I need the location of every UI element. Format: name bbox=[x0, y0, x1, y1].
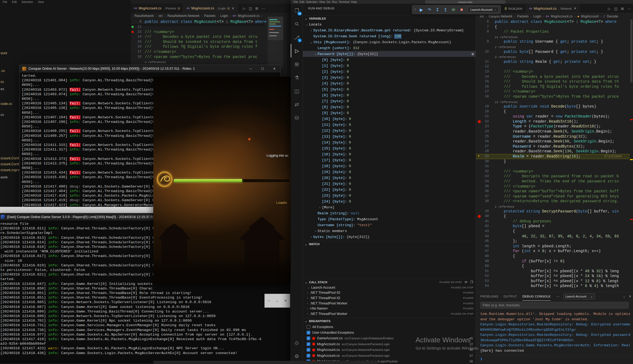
variable-row[interactable]: ⌄Password [byte[]]:{byte[32]}▤ bbox=[303, 51, 476, 57]
variable-row[interactable]: [12] [byte]:0 bbox=[303, 128, 476, 134]
code-line[interactable]: 42 byte[] pSeed = bbox=[476, 224, 630, 229]
variable-row[interactable]: [22] [byte]:0 bbox=[303, 187, 476, 193]
code-line[interactable]: 34 /// method. Trims the end of the pass… bbox=[476, 179, 630, 184]
gutter[interactable]: 52 bbox=[476, 274, 493, 279]
variable-row[interactable]: [10] [byte]:0 bbox=[303, 116, 476, 122]
code-line[interactable]: 23 Type = (PacketType)reader.ReadUInt16(… bbox=[476, 124, 630, 129]
breakpoint-checkbox[interactable]: ✓ bbox=[307, 342, 310, 346]
gutter[interactable]: 36 bbox=[476, 189, 493, 194]
close-tab-icon[interactable]: ✕ bbox=[232, 7, 234, 10]
editor-action-icon[interactable]: ⊞ bbox=[621, 7, 624, 11]
breakpoint-checkbox[interactable]: ✓ bbox=[307, 348, 310, 352]
expander-icon[interactable]: ⌄ bbox=[307, 286, 309, 289]
code-line[interactable]: 6public abstract class MsgAccount<T> : M… bbox=[476, 19, 630, 24]
variable-row[interactable]: [20] [byte]:0 bbox=[303, 175, 476, 181]
code-line[interactable]: 53 buffer[x] ^= pSeed[(x * 12 % 8) % len… bbox=[476, 279, 630, 284]
docker-icon[interactable]: ◫ bbox=[291, 84, 303, 98]
panel-tab-problems[interactable]: PROBLEMS bbox=[480, 292, 498, 301]
stop-button[interactable]: ■ bbox=[458, 6, 465, 13]
minimap[interactable] bbox=[268, 17, 283, 68]
scrollbar-thumb[interactable] bbox=[630, 19, 632, 82]
variable-row[interactable]: [18] [byte]:0 bbox=[303, 163, 476, 169]
code-line[interactable]: 16 /// follows TQ Digital's byte orderin… bbox=[476, 84, 630, 89]
variable-row[interactable]: [24] [byte]:0 bbox=[303, 198, 476, 204]
code-line[interactable]: 35 /// </summary> bbox=[476, 184, 630, 189]
close-tab-icon[interactable]: ✕ bbox=[574, 7, 576, 10]
gutter[interactable]: 31 bbox=[476, 164, 493, 169]
breakpoint-row[interactable]: ✓GameAccount.cssrc/Canyon.Login/Database… bbox=[303, 336, 476, 341]
code-line[interactable]: 17 /// </summary> bbox=[476, 89, 630, 94]
breakpoint-checkbox[interactable]: ✓ bbox=[307, 354, 310, 358]
code-line[interactable]: 54 buffer[x] ^= pSeed[(x * 6 % 4) % leng… bbox=[476, 284, 630, 289]
gutter[interactable]: 11 bbox=[476, 59, 493, 64]
gutter[interactable]: 34 bbox=[476, 179, 493, 184]
variable-row[interactable]: [15] [byte]:0 bbox=[303, 145, 476, 151]
code-line[interactable]: 31 bbox=[476, 164, 630, 169]
variable-row[interactable]: [1] [byte]:0 bbox=[303, 63, 476, 69]
variable-row[interactable]: [2] [byte]:0 bbox=[303, 69, 476, 75]
game-client-window[interactable]: Logging into ac Loadin bbox=[153, 77, 291, 282]
callstack-row[interactable]: ›.NET ThreadPool IOPAUSED bbox=[303, 295, 476, 301]
callstack-row[interactable]: ⌄Launch AccountPAUSED ON STEP bbox=[303, 285, 476, 290]
code-line[interactable]: 41 // debug purposes bbox=[476, 219, 630, 224]
console-input-prompt[interactable]: ❯ bbox=[480, 356, 482, 361]
gutter[interactable]: 32 bbox=[476, 169, 493, 174]
variable-row[interactable]: Realm [string]:null bbox=[303, 210, 476, 216]
codelens-references[interactable]: 4 references bbox=[145, 60, 166, 65]
code-area[interactable]: 6public abstract class MsgAccount<T> : M… bbox=[476, 19, 630, 292]
drag-handle-icon[interactable]: ⠿ bbox=[414, 8, 416, 12]
code-line[interactable]: 13 /// <summary> bbox=[476, 69, 630, 74]
code-line[interactable]: 17/// </summary> bbox=[131, 49, 264, 54]
code-line[interactable]: 25 Username = reader.ReadString(32); bbox=[476, 134, 630, 139]
code-line[interactable]: 47 for (int x = 0; x < buffer.Length; x+… bbox=[476, 249, 630, 254]
expander-icon[interactable]: › bbox=[307, 312, 308, 315]
gutter[interactable]: 7 bbox=[476, 24, 493, 30]
code-line[interactable]: 36 /// <param name="buffer">Bytes from t… bbox=[476, 189, 630, 194]
gutter[interactable]: 54 bbox=[476, 284, 493, 289]
expand-callstack-icon[interactable]: ❐ bbox=[470, 280, 473, 284]
code-line[interactable]: 40 { bbox=[476, 214, 630, 219]
vscode-debug-window[interactable]: File Edit Selection View Go Run Terminal… bbox=[291, 0, 633, 364]
collapse-panel-icon[interactable]: ⌄ bbox=[623, 295, 625, 298]
gutter[interactable]: 35 bbox=[476, 184, 493, 189]
variable-row[interactable]: [3] [byte]:0 bbox=[303, 75, 476, 80]
code-line[interactable]: 45 }; bbox=[476, 239, 630, 244]
code-line[interactable]: 22 Length = reader.ReadUInt16(); bbox=[476, 119, 630, 124]
gutter[interactable]: 40 bbox=[476, 214, 493, 219]
variable-row[interactable]: [0] [byte]:0 bbox=[303, 57, 476, 63]
watch-section-header[interactable]: ⌄ WATCH bbox=[303, 241, 476, 247]
code-line[interactable]: 9 public string Username { get; private … bbox=[476, 39, 630, 44]
overlay-window-controls[interactable]: ─⌄✕ bbox=[264, 294, 290, 308]
code-line[interactable]: 51 buffer[x] ^= pSeed[(x * 48 % 32) % le… bbox=[476, 269, 630, 274]
callstack-row[interactable]: ›.NET ThreadPool WorkerPAUSED ON STEP bbox=[303, 311, 476, 317]
gutter[interactable]: 23 bbox=[476, 124, 493, 129]
code-line[interactable]: 28 reader.BaseStream.Seek(136, SeekOrigi… bbox=[476, 149, 630, 154]
collapse-button[interactable]: ⌄ bbox=[276, 299, 278, 303]
gutter[interactable]: 20 bbox=[476, 109, 493, 114]
breadcrumb-item[interactable]: src bbox=[158, 14, 163, 18]
console-filter-input[interactable] bbox=[480, 302, 629, 309]
code-line[interactable]: 18 /// <param name="bytes">Bytes from th… bbox=[476, 94, 630, 99]
breadcrumb-item[interactable]: Login bbox=[220, 14, 228, 18]
editor-action-icon[interactable]: ◫ bbox=[614, 7, 617, 11]
variable-row[interactable]: [23] [byte]:0 bbox=[303, 193, 476, 198]
code-line[interactable]: 15/// Should be invoked to structure dat… bbox=[131, 39, 264, 45]
editor-action-icon[interactable]: ⋯ bbox=[261, 6, 265, 10]
expander-icon[interactable]: ⌄ bbox=[309, 41, 313, 44]
code-line[interactable]: 13/// <summary> bbox=[131, 30, 264, 35]
breadcrumb-item[interactable]: Packets bbox=[517, 14, 529, 18]
gutter[interactable]: 42 bbox=[476, 224, 493, 229]
variable-row[interactable]: [6] [byte]:0 bbox=[303, 92, 476, 98]
close-button[interactable]: ✕ bbox=[268, 65, 280, 72]
gutter[interactable]: 41 bbox=[476, 219, 493, 224]
code-line[interactable]: 52 buffer[x] ^= pSeed[(x * 24 % 16) % le… bbox=[476, 274, 630, 279]
breakpoint-row[interactable]: ✓User-Unhandled Exceptions bbox=[303, 330, 476, 335]
code-line[interactable]: 32 /// <summary> bbox=[476, 169, 630, 174]
editor-tab[interactable]: {}local.json bbox=[501, 4, 526, 13]
code-line[interactable]: 7{ bbox=[476, 24, 630, 30]
gutter[interactable]: 13 bbox=[476, 69, 493, 74]
db-icon[interactable]: ⛁ bbox=[291, 111, 303, 124]
gutter[interactable]: 12 bbox=[476, 64, 493, 69]
code-line[interactable]: 46 int length = pSeed.Length; bbox=[476, 244, 630, 249]
gutter[interactable]: 49 bbox=[476, 259, 493, 264]
